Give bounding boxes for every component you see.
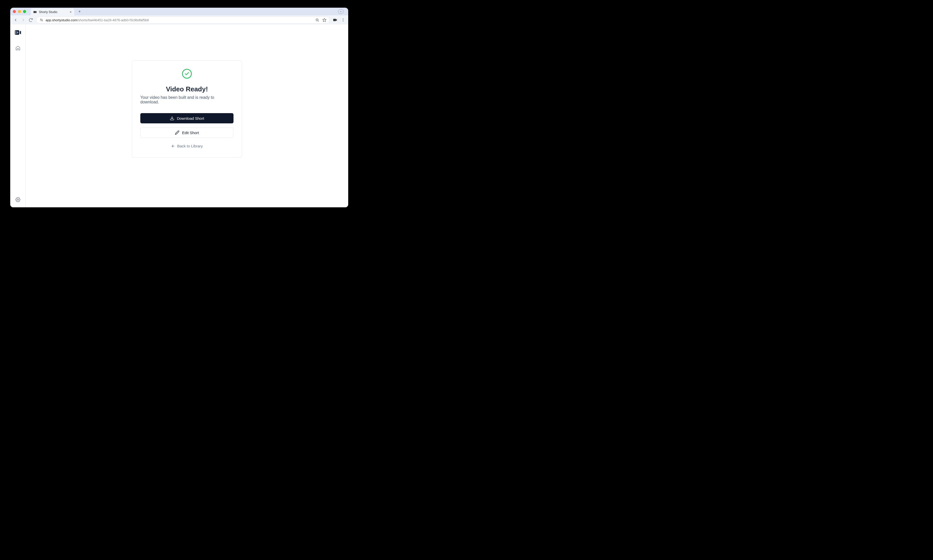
svg-point-11 xyxy=(343,18,343,19)
zoom-icon[interactable] xyxy=(315,18,319,22)
camera-icon xyxy=(33,10,37,14)
download-button-label: Download Short xyxy=(177,116,204,120)
svg-point-4 xyxy=(42,20,43,21)
tab-bar: Shorty Studio × + xyxy=(10,8,348,15)
close-tab-button[interactable]: × xyxy=(70,10,72,14)
browser-tab[interactable]: Shorty Studio × xyxy=(31,8,74,15)
svg-point-16 xyxy=(17,199,18,200)
download-button[interactable]: Download Short xyxy=(140,113,234,123)
download-icon xyxy=(170,116,174,120)
settings-icon[interactable] xyxy=(15,197,20,202)
forward-button[interactable] xyxy=(21,18,26,22)
close-window-button[interactable] xyxy=(13,10,16,13)
video-ready-card: Video Ready! Your video has been built a… xyxy=(132,60,242,158)
reload-button[interactable] xyxy=(29,18,33,22)
check-circle-icon xyxy=(182,69,192,78)
sidebar xyxy=(10,25,26,207)
edit-button-label: Edit Short xyxy=(182,131,199,135)
toolbar-right xyxy=(333,18,345,22)
minimize-window-button[interactable] xyxy=(18,10,21,13)
tab-overflow[interactable] xyxy=(338,9,346,14)
svg-marker-9 xyxy=(323,18,326,22)
svg-point-12 xyxy=(343,20,343,20)
browser-window: Shorty Studio × + xyxy=(10,8,348,207)
card-title: Video Ready! xyxy=(166,85,208,93)
svg-point-3 xyxy=(40,19,41,20)
app-logo[interactable] xyxy=(15,30,21,35)
arrow-left-icon xyxy=(171,144,175,148)
edit-button[interactable]: Edit Short xyxy=(140,128,234,138)
chevron-down-icon xyxy=(338,9,343,14)
site-controls-icon[interactable] xyxy=(39,18,43,22)
bookmark-star-icon[interactable] xyxy=(322,18,326,22)
card-subtitle: Your video has been built and is ready t… xyxy=(140,95,234,105)
svg-rect-10 xyxy=(333,19,336,21)
back-link-label: Back to Library xyxy=(177,144,203,148)
address-bar[interactable]: app.shortystudio.com/shorts/6a44b451-ba2… xyxy=(36,16,330,23)
home-icon[interactable] xyxy=(15,46,20,51)
url-text: app.shortystudio.com/shorts/6a44b451-ba2… xyxy=(46,18,313,22)
extension-icon[interactable] xyxy=(333,18,337,22)
svg-point-13 xyxy=(343,21,343,22)
svg-rect-0 xyxy=(34,11,35,13)
back-to-library-link[interactable]: Back to Library xyxy=(171,144,203,148)
tab-title: Shorty Studio xyxy=(39,10,68,14)
toolbar: app.shortystudio.com/shorts/6a44b451-ba2… xyxy=(10,15,348,25)
svg-rect-15 xyxy=(15,31,16,34)
main-content: Video Ready! Your video has been built a… xyxy=(26,25,348,207)
new-tab-button[interactable]: + xyxy=(76,9,83,14)
menu-icon[interactable] xyxy=(341,18,345,22)
svg-line-6 xyxy=(318,21,319,22)
pencil-icon xyxy=(175,130,180,135)
viewport: Video Ready! Your video has been built a… xyxy=(10,25,348,207)
window-controls xyxy=(13,10,26,13)
back-button[interactable] xyxy=(13,18,18,22)
maximize-window-button[interactable] xyxy=(23,10,26,13)
